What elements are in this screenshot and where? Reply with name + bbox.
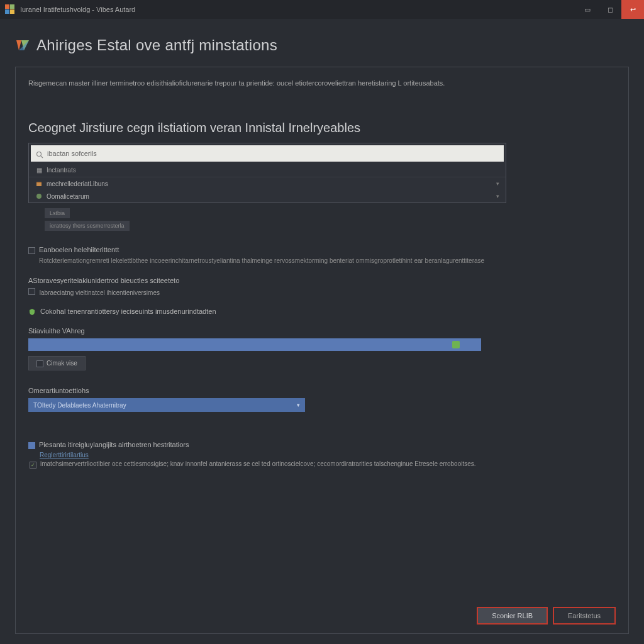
checkbox-description: Rotckterlemationgremreti lekelettlbthee … bbox=[39, 257, 616, 265]
info-subline: labraeciatng vieltinatcel ihicentieniver… bbox=[28, 287, 616, 296]
progress-label: Stiaviuithe VAhreg bbox=[28, 327, 616, 335]
info-line: Cokohal tenenrantiottersy ieciseuints im… bbox=[28, 308, 616, 316]
action-button[interactable]: Cimak vise bbox=[28, 356, 86, 370]
main-panel: Risgemecan master illiner terminetroo ed… bbox=[15, 67, 629, 634]
svg-point-7 bbox=[37, 152, 42, 157]
checkbox-label: Piesanta itireigluylangijits airthoetren… bbox=[39, 441, 189, 448]
checkbox[interactable] bbox=[28, 288, 35, 295]
checkbox[interactable] bbox=[28, 247, 35, 254]
progress-indicator-icon bbox=[452, 341, 460, 348]
package-icon bbox=[35, 180, 43, 187]
chevron-down-icon: ▾ bbox=[496, 193, 499, 199]
confirm-button[interactable]: Sconier RLIB bbox=[477, 607, 548, 625]
search-icon bbox=[36, 150, 43, 157]
shield-icon bbox=[28, 308, 36, 316]
section-title: Ceognet Jirstiure cegn ilstiatiom veran … bbox=[28, 121, 616, 135]
svg-rect-2 bbox=[5, 9, 9, 14]
page-icon bbox=[15, 38, 30, 53]
components-listbox: ibactan sofcerils ▦ Inctantrats mechrell… bbox=[28, 143, 506, 203]
listbox-header: ▦ Inctantrats bbox=[29, 164, 506, 177]
svg-rect-3 bbox=[10, 9, 14, 14]
list-item[interactable]: Oomalicetarum ▾ bbox=[29, 190, 506, 203]
checkbox[interactable] bbox=[30, 462, 36, 469]
chevron-down-icon: ▾ bbox=[496, 180, 499, 187]
chevron-down-icon: ▾ bbox=[297, 402, 300, 408]
panel-description: Risgemecan master illiner terminetroo ed… bbox=[28, 79, 616, 88]
checkbox[interactable] bbox=[28, 442, 35, 449]
svg-rect-10 bbox=[36, 182, 42, 183]
grid-icon: ▦ bbox=[35, 167, 43, 174]
dropdown-label: Omerartiuntoettiohs bbox=[28, 387, 616, 394]
maximize-button[interactable]: ◻ bbox=[599, 0, 621, 19]
search-placeholder: ibactan sofcerils bbox=[47, 150, 97, 157]
search-input[interactable]: ibactan sofcerils bbox=[31, 145, 504, 162]
svg-point-11 bbox=[36, 194, 42, 199]
window-title: Iuranel Iratifetushvoldg - Vibes Autard bbox=[20, 6, 576, 13]
close-button[interactable]: ↩ bbox=[621, 0, 644, 19]
tag-badge: ierattosy thers sesmerresterla bbox=[45, 221, 130, 231]
cancel-button[interactable]: Earitstetus bbox=[553, 607, 616, 625]
options-dropdown[interactable]: TOItedy Defablaetes Ahaternitray ▾ bbox=[28, 398, 305, 412]
note-text: imatchsimervertrliootlbier oce cettiesmo… bbox=[40, 460, 476, 467]
svg-line-8 bbox=[41, 156, 43, 158]
checkbox-label: Eanboelen helehiiterittentt bbox=[39, 246, 119, 253]
list-item[interactable]: mechrellederiatLibuns ▾ bbox=[29, 177, 506, 190]
svg-rect-1 bbox=[10, 4, 14, 9]
component-icon bbox=[35, 192, 43, 200]
page-title: Ahiriges Estal ove antfj minstations bbox=[36, 36, 277, 54]
minimize-button[interactable]: ▭ bbox=[576, 0, 599, 19]
svg-rect-0 bbox=[5, 4, 9, 9]
info-line: AStoravesyeriteiakiunidertrod bieuctles … bbox=[28, 277, 616, 284]
tag-badge: Lstbia bbox=[45, 208, 70, 218]
app-icon bbox=[5, 4, 15, 14]
checkbox[interactable] bbox=[36, 360, 43, 367]
progress-bar bbox=[28, 338, 481, 351]
details-link[interactable]: Reglerttirirtilartius bbox=[40, 452, 616, 458]
